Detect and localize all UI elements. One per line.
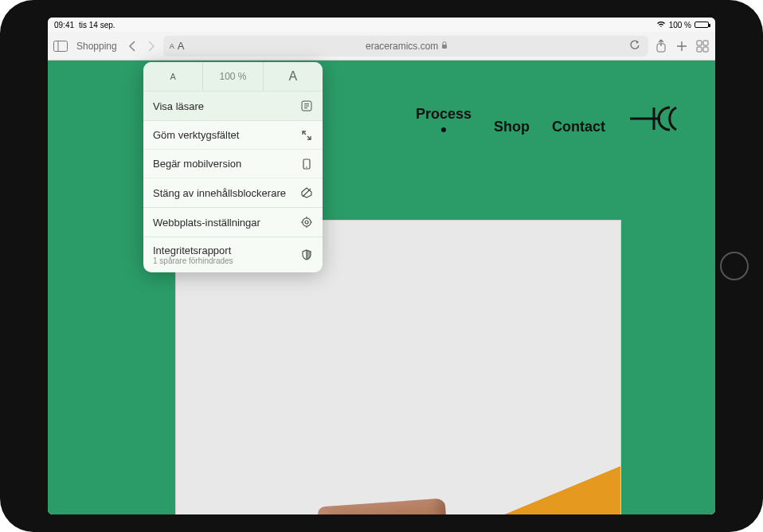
battery-icon — [695, 22, 709, 28]
url-text: eraceramics.com — [366, 41, 438, 52]
address-bar[interactable]: AA eraceramics.com — [163, 36, 648, 57]
svg-point-17 — [303, 218, 311, 226]
svg-rect-2 — [442, 45, 447, 49]
battery-percent: 100 % — [669, 21, 691, 29]
svg-rect-0 — [54, 41, 68, 51]
svg-rect-7 — [703, 47, 708, 52]
wifi-icon — [656, 20, 666, 29]
menu-disable-blockers[interactable]: Stäng av innehållsblockerare — [143, 178, 323, 207]
menu-item-label: Webbplats-inställningar — [153, 217, 260, 229]
ipad-home-button[interactable] — [720, 252, 749, 280]
reader-aa-button[interactable]: AA — [170, 40, 185, 52]
reader-icon — [300, 100, 313, 112]
nav-link-contact[interactable]: Contact — [552, 119, 605, 135]
back-button[interactable] — [125, 39, 139, 53]
nav-link-process[interactable]: Process — [416, 106, 471, 123]
safari-toolbar: Shopping AA eraceramics.com — [48, 32, 715, 61]
menu-site-settings[interactable]: Webbplats-inställningar — [143, 208, 323, 237]
site-nav: Process Shop Contact — [416, 99, 691, 139]
svg-rect-5 — [703, 41, 708, 45]
svg-rect-4 — [697, 41, 702, 45]
lock-icon — [441, 41, 448, 52]
status-bar: 09:41 tis 14 sep. 100 % — [48, 18, 715, 32]
blocker-off-icon — [300, 186, 313, 199]
zoom-in-button[interactable]: A — [264, 62, 323, 91]
tabs-overview-icon[interactable] — [695, 38, 710, 54]
new-tab-icon[interactable] — [674, 38, 690, 54]
nav-active-dot — [441, 127, 446, 132]
share-icon[interactable] — [653, 38, 669, 54]
forward-button — [144, 39, 158, 53]
screen: 09:41 tis 14 sep. 100 % Shopping — [48, 18, 715, 514]
mobile-icon — [300, 158, 313, 170]
menu-hide-toolbar[interactable]: Göm verktygsfältet — [143, 121, 323, 150]
zoom-out-button[interactable]: A — [143, 62, 203, 91]
menu-item-label: Stäng av innehållsblockerare — [153, 187, 286, 199]
site-logo[interactable] — [628, 99, 691, 139]
expand-icon — [300, 129, 313, 142]
menu-item-label: Visa läsare — [153, 100, 204, 112]
privacy-report-subtitle: 1 spårare förhindrades — [153, 256, 233, 265]
menu-privacy-report[interactable]: Integritetsrapport 1 spårare förhindrade… — [143, 237, 323, 272]
gear-icon — [300, 216, 313, 229]
zoom-value: 100 % — [203, 62, 263, 91]
sidebar-icon[interactable] — [53, 38, 68, 54]
nav-link-shop[interactable]: Shop — [494, 119, 530, 135]
page-settings-popover: A 100 % A Visa läsare Göm verktygsfältet — [143, 62, 323, 272]
shield-icon — [300, 248, 313, 261]
zoom-controls: A 100 % A — [143, 62, 323, 91]
reload-icon[interactable] — [629, 40, 642, 53]
ipad-device-frame: 09:41 tis 14 sep. 100 % Shopping — [0, 0, 763, 532]
menu-item-label: Göm verktygsfältet — [153, 129, 239, 141]
svg-point-18 — [305, 221, 308, 224]
status-time: 09:41 — [54, 21, 74, 29]
status-date: tis 14 sep. — [79, 21, 115, 29]
svg-rect-6 — [697, 47, 702, 52]
menu-item-label: Begär mobilversion — [153, 158, 241, 170]
menu-request-mobile[interactable]: Begär mobilversion — [143, 150, 323, 178]
svg-point-15 — [306, 166, 307, 168]
tab-group-label[interactable]: Shopping — [73, 41, 120, 52]
menu-item-label: Integritetsrapport — [153, 244, 233, 256]
menu-show-reader[interactable]: Visa läsare — [143, 92, 323, 120]
